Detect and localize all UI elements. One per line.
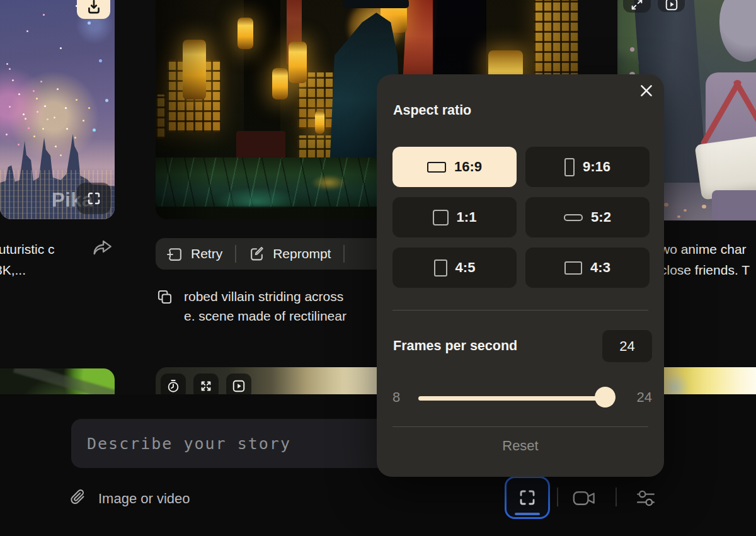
paperclip-icon (69, 488, 88, 508)
portrait-ratio-icon (564, 158, 575, 176)
download-icon (86, 0, 102, 16)
aspect-option-9-16[interactable]: 9:16 (525, 147, 650, 187)
tall-ratio-icon (434, 259, 447, 277)
caption-line: close friends. T (660, 259, 756, 280)
square-ratio-icon (433, 210, 449, 225)
right-card-caption: wo anime char close friends. T (660, 239, 756, 280)
video-camera-icon (572, 489, 596, 507)
share-icon (92, 238, 113, 257)
standard-ratio-icon (564, 261, 582, 275)
fps-value-box: 24 (602, 330, 652, 362)
retry-button[interactable]: Retry (191, 246, 222, 261)
timer-icon (166, 379, 180, 393)
toolbar-divider (616, 488, 617, 506)
aspect-option-5-2[interactable]: 5:2 (525, 197, 650, 237)
toolbar-divider (557, 488, 558, 506)
aspect-ratio-options: 16:9 9:16 1:1 5:2 4:5 4:3 (392, 147, 650, 288)
close-icon (638, 83, 655, 99)
caption-line: futuristic c (0, 239, 55, 259)
play-video-button[interactable] (658, 0, 685, 12)
divider (343, 245, 345, 263)
aspect-option-1-1[interactable]: 1:1 (392, 197, 517, 237)
close-panel-button[interactable] (638, 82, 655, 100)
share-button[interactable] (92, 238, 113, 257)
aspect-option-4-3[interactable]: 4:3 (525, 248, 650, 288)
copy-icon (156, 288, 173, 305)
play-square-icon (232, 379, 246, 393)
download-button[interactable] (77, 0, 110, 19)
fullscreen-button[interactable] (77, 183, 111, 214)
section-divider (392, 310, 648, 311)
aspect-option-4-5[interactable]: 4:5 (392, 248, 517, 288)
pika-app-screen: Pika futuristic c 8K,... (0, 0, 756, 536)
story-input[interactable] (71, 419, 399, 468)
aspect-ratio-title: Aspect ratio (393, 103, 471, 118)
aspect-option-16-9[interactable]: 16:9 (392, 147, 517, 187)
fps-min-label: 8 (392, 389, 400, 406)
expand-arrows-icon (199, 379, 213, 393)
divider (235, 245, 236, 263)
sliders-icon (636, 489, 656, 508)
landscape-ratio-icon (427, 162, 446, 173)
prompt-text: robed villain striding across e. scene m… (184, 287, 346, 326)
fps-slider-handle[interactable] (595, 387, 616, 408)
fps-label: Frames per second (393, 338, 517, 354)
reprompt-button[interactable]: Reprompt (273, 246, 331, 261)
aspect-ratio-tool-button[interactable] (505, 476, 550, 519)
attach-media-button[interactable] (69, 488, 88, 508)
play-square-icon (665, 0, 679, 11)
video-settings-panel: Aspect ratio 16:9 9:16 1:1 5:2 4:5 (377, 74, 664, 477)
left-card-caption: futuristic c 8K,... (0, 239, 55, 280)
wide-ratio-icon (564, 214, 583, 221)
frame-corners-icon (86, 191, 101, 206)
caption-line: 8K,... (0, 259, 55, 280)
expand-button[interactable] (623, 0, 651, 13)
attach-media-label[interactable]: Image or video (98, 491, 190, 507)
fps-max-label: 24 (637, 389, 652, 406)
reset-button[interactable]: Reset (377, 438, 664, 454)
reprompt-icon (249, 246, 265, 262)
caption-line: wo anime char (660, 239, 756, 259)
camera-tool-button[interactable] (572, 489, 596, 507)
expand-diagonal-icon (630, 0, 644, 11)
section-divider (392, 426, 648, 427)
copy-prompt-button[interactable] (156, 288, 173, 305)
settings-tool-button[interactable] (636, 489, 656, 508)
frame-corners-icon (518, 488, 537, 507)
retry-icon (167, 246, 183, 262)
fps-slider-track[interactable] (418, 396, 615, 401)
